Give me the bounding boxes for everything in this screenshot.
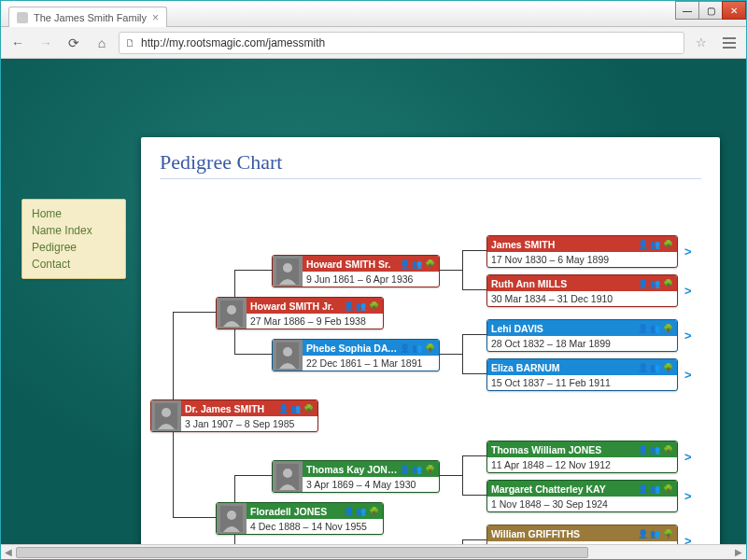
sidebar-nav: Home Name Index Pedigree Contact: [21, 199, 126, 279]
person-photo-icon: [217, 503, 247, 534]
back-button[interactable]: ←: [7, 32, 29, 54]
browser-window: — ▢ ✕ The James Smith Family × ← → ⟳ ⌂ 🗋…: [0, 0, 747, 560]
url-text: http://my.rootsmagic.com/jamessmith: [141, 36, 325, 49]
menu-button[interactable]: [718, 32, 740, 54]
svg-point-5: [227, 511, 236, 520]
card-action-icons[interactable]: 👤 👥 🌳: [400, 343, 435, 353]
expand-arrow-icon[interactable]: >: [684, 534, 692, 544]
sidebar-item-pedigree[interactable]: Pedigree: [32, 239, 116, 256]
person-photo-icon: [151, 400, 181, 431]
scroll-right-icon[interactable]: ▶: [731, 545, 746, 560]
card-action-icons[interactable]: 👤 👥 🌳: [638, 363, 673, 372]
window-maximize-button[interactable]: ▢: [698, 1, 723, 20]
horizontal-scrollbar[interactable]: ◀ ▶: [1, 544, 746, 559]
tab-close-icon[interactable]: ×: [152, 11, 159, 24]
pedigree-chart: Dr. James SMITH👤 👥 🌳 3 Jan 1907 – 8 Sep …: [160, 190, 701, 544]
person-card-mmf[interactable]: William GRIFFITHS👤 👥 🌳25 Apr 1827 – 18 S…: [486, 525, 678, 544]
person-card-mother[interactable]: Floradell JONES👤 👥 🌳 4 Dec 1888 – 14 Nov…: [216, 502, 384, 535]
expand-arrow-icon[interactable]: >: [684, 329, 692, 343]
reload-button[interactable]: ⟳: [63, 32, 85, 54]
person-card-pff[interactable]: James SMITH👤 👥 🌳17 Nov 1830 – 6 May 1899: [486, 235, 678, 268]
browser-tab[interactable]: The James Smith Family ×: [8, 7, 167, 27]
person-card-pfm[interactable]: Ruth Ann MILLS👤 👥 🌳30 Mar 1834 – 31 Dec …: [486, 274, 678, 307]
card-action-icons[interactable]: 👤 👥 🌳: [400, 465, 435, 474]
scroll-thumb[interactable]: [16, 547, 588, 558]
person-card-pf[interactable]: Howard SMITH Sr.👤 👥 🌳 9 Jun 1861 – 6 Apr…: [272, 255, 440, 287]
expand-arrow-icon[interactable]: >: [684, 450, 692, 464]
sidebar-item-home[interactable]: Home: [32, 205, 116, 222]
window-controls: — ▢ ✕: [676, 1, 746, 20]
person-card-pmf[interactable]: Lehi DAVIS👤 👥 🌳28 Oct 1832 – 18 Mar 1899: [486, 319, 678, 352]
person-card-mff[interactable]: Thomas William JONES👤 👥 🌳11 Apr 1848 – 1…: [486, 441, 678, 473]
person-photo-icon: [273, 256, 303, 287]
person-photo-icon: [273, 461, 303, 492]
home-button[interactable]: ⌂: [91, 32, 113, 54]
expand-arrow-icon[interactable]: >: [684, 245, 692, 259]
content-panel: Pedigree Chart: [141, 137, 720, 544]
person-card-root[interactable]: Dr. James SMITH👤 👥 🌳 3 Jan 1907 – 8 Sep …: [150, 399, 318, 432]
svg-point-1: [162, 408, 171, 417]
card-action-icons[interactable]: 👤 👥 🌳: [638, 240, 673, 249]
expand-arrow-icon[interactable]: >: [684, 489, 692, 503]
person-photo-icon: [217, 298, 247, 329]
page-title: Pedigree Chart: [160, 150, 701, 179]
svg-point-7: [283, 263, 292, 273]
person-card-pmm[interactable]: Eliza BARNUM👤 👥 🌳15 Oct 1837 – 11 Feb 19…: [486, 358, 678, 391]
svg-point-3: [227, 305, 236, 315]
window-minimize-button[interactable]: —: [675, 1, 699, 20]
card-action-icons[interactable]: 👤 👥 🌳: [638, 484, 673, 494]
favicon-icon: [17, 12, 28, 23]
bookmark-button[interactable]: ☆: [690, 32, 712, 54]
svg-point-11: [283, 469, 292, 478]
expand-arrow-icon[interactable]: >: [684, 368, 692, 382]
card-action-icons[interactable]: 👤 👥 🌳: [344, 507, 379, 516]
person-photo-icon: [273, 340, 303, 371]
scroll-left-icon[interactable]: ◀: [1, 545, 16, 560]
expand-arrow-icon[interactable]: >: [684, 284, 692, 298]
person-card-father[interactable]: Howard SMITH Jr.👤 👥 🌳 27 Mar 1886 – 9 Fe…: [216, 297, 384, 329]
url-bar[interactable]: 🗋 http://my.rootsmagic.com/jamessmith: [119, 32, 684, 54]
browser-toolbar: ← → ⟳ ⌂ 🗋 http://my.rootsmagic.com/james…: [1, 27, 746, 59]
card-action-icons[interactable]: 👤 👥 🌳: [638, 529, 673, 539]
card-action-icons[interactable]: 👤 👥 🌳: [638, 324, 673, 333]
person-card-mf[interactable]: Thomas Kay JONES👤 👥 🌳 3 Apr 1869 – 4 May…: [272, 460, 440, 493]
tab-title: The James Smith Family: [34, 12, 147, 23]
forward-button[interactable]: →: [35, 32, 57, 54]
window-close-button[interactable]: ✕: [722, 1, 746, 20]
card-action-icons[interactable]: 👤 👥 🌳: [278, 404, 314, 413]
titlebar: The James Smith Family ×: [1, 1, 746, 27]
svg-point-9: [283, 347, 292, 357]
card-action-icons[interactable]: 👤 👥 🌳: [400, 259, 435, 269]
card-action-icons[interactable]: 👤 👥 🌳: [344, 301, 379, 311]
card-action-icons[interactable]: 👤 👥 🌳: [638, 279, 673, 288]
card-action-icons[interactable]: 👤 👥 🌳: [638, 445, 673, 455]
sidebar-item-nameindex[interactable]: Name Index: [32, 222, 116, 239]
sidebar-item-contact[interactable]: Contact: [32, 256, 116, 273]
person-card-mfm[interactable]: Margaret Chatterley KAY👤 👥 🌳1 Nov 1848 –…: [486, 480, 678, 512]
page-background: Home Name Index Pedigree Contact Pedigre…: [1, 59, 746, 544]
page-icon: 🗋: [125, 37, 135, 49]
person-card-pm[interactable]: Phebe Sophia DAVIS👤 👥 🌳 22 Dec 1861 – 1 …: [272, 339, 440, 371]
